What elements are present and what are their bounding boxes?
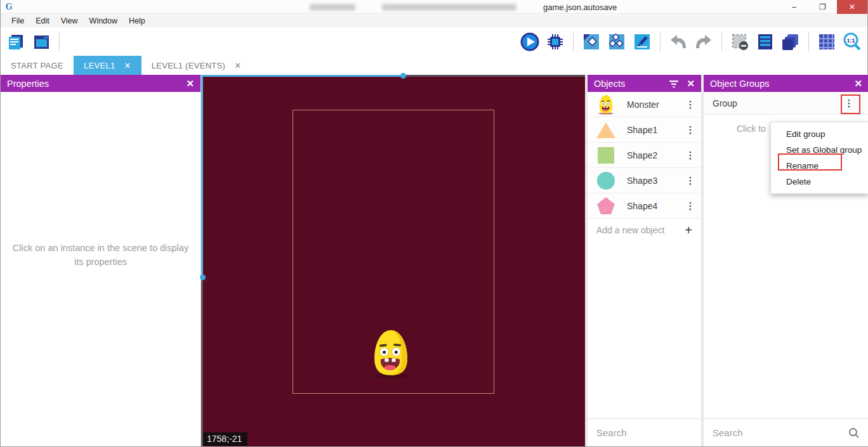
menu-edit[interactable]: Edit [30, 16, 55, 25]
object-row-shape4[interactable]: Shape4 ⋮ [588, 193, 701, 219]
monster-instance[interactable] [369, 328, 413, 379]
project-manager-icon[interactable] [6, 32, 26, 52]
object-groups-panel: Object Groups ✕ Group ⋮ Click to Edit gr… [704, 75, 868, 446]
groups-search-row [704, 418, 868, 446]
gdevelop-logo-icon: G [4, 2, 14, 12]
instances-list-icon[interactable] [607, 32, 627, 52]
restore-button[interactable]: ❐ [808, 0, 837, 14]
object-name: Monster [627, 100, 683, 110]
objects-panel: Objects ✕ [588, 75, 701, 446]
redo-icon[interactable] [694, 32, 714, 52]
toolbar-separator [808, 32, 809, 51]
object-row-shape3[interactable]: Shape3 ⋮ [588, 168, 701, 193]
objects-editor-icon[interactable] [581, 32, 602, 52]
object-menu-icon[interactable]: ⋮ [683, 126, 697, 134]
horizontal-scroll-handle[interactable] [400, 73, 406, 79]
redacted-title-segment [382, 4, 516, 11]
undo-icon[interactable] [668, 32, 688, 52]
close-panel-icon[interactable]: ✕ [186, 78, 194, 89]
menu-item-rename[interactable]: Rename [771, 158, 868, 174]
object-groups-title: Object Groups [710, 79, 770, 89]
tab-level1[interactable]: LEVEL1✕ [74, 56, 141, 75]
edit-scene-icon[interactable] [632, 32, 652, 52]
zoom-original-icon[interactable]: 1:1 [842, 32, 862, 52]
menu-item-edit-group[interactable]: Edit group [771, 126, 868, 142]
object-groups-header: Object Groups ✕ [704, 75, 868, 92]
vertical-scrollbar-track[interactable] [201, 278, 203, 446]
groups-search-input[interactable] [713, 427, 848, 438]
objects-search-row [588, 418, 701, 446]
objects-header: Objects ✕ [588, 75, 701, 92]
title-bar: G game.json.autosave – ❐ ✕ [1, 0, 867, 14]
vertical-scrollbar[interactable] [201, 75, 203, 278]
objects-list-icon[interactable] [755, 32, 775, 52]
menu-file[interactable]: File [6, 16, 30, 25]
object-row-shape1[interactable]: Shape1 ⋮ [588, 117, 701, 143]
menu-item-delete[interactable]: Delete [771, 174, 868, 190]
window-title-text: game.json.autosave [543, 3, 617, 12]
add-new-object-label: Add a new object [596, 225, 685, 235]
menu-help[interactable]: Help [123, 16, 151, 25]
properties-empty-message: Click on an instance in the scene to dis… [12, 241, 189, 269]
horizontal-scrollbar[interactable] [201, 75, 403, 77]
search-icon [848, 427, 860, 439]
grid-icon[interactable] [817, 32, 837, 52]
menu-bar: File Edit View Window Help [1, 15, 867, 27]
object-name: Shape4 [627, 201, 683, 211]
minimize-button[interactable]: – [780, 0, 808, 14]
object-name: Shape2 [627, 150, 683, 160]
scene-canvas[interactable]: 1758;-21 [201, 75, 585, 446]
object-menu-icon[interactable]: ⋮ [683, 176, 697, 185]
properties-header: Properties ✕ [1, 75, 201, 92]
plus-icon: + [685, 223, 692, 238]
start-page-icon[interactable] [31, 32, 51, 52]
group-hint-text: Click to [737, 124, 766, 134]
object-menu-icon[interactable]: ⋮ [683, 100, 697, 108]
object-name: Shape3 [627, 176, 683, 186]
add-new-object-button[interactable]: Add a new object + [588, 219, 701, 242]
delete-instances-icon[interactable] [730, 32, 750, 52]
vertical-scroll-handle[interactable] [200, 275, 206, 280]
object-menu-icon[interactable]: ⋮ [683, 151, 697, 159]
circle-thumbnail-icon [595, 170, 617, 191]
square-thumbnail-icon [595, 145, 617, 166]
object-row-monster[interactable]: Monster ⋮ [588, 92, 701, 117]
pentagon-thumbnail-icon [595, 195, 617, 217]
group-context-menu: Edit group Set as Global group Rename De… [770, 122, 868, 194]
object-row-shape2[interactable]: Shape2 ⋮ [588, 143, 701, 168]
debugger-icon[interactable] [545, 32, 565, 52]
main-area: Properties ✕ Click on an instance in the… [1, 75, 867, 446]
monster-thumbnail-icon [595, 94, 617, 115]
editor-tab-bar: START PAGE LEVEL1✕ LEVEL1 (EVENTS)✕ [1, 56, 867, 75]
group-row[interactable]: Group ⋮ [704, 92, 868, 115]
close-panel-icon[interactable]: ✕ [687, 78, 695, 89]
close-panel-icon[interactable]: ✕ [854, 78, 862, 89]
toolbar-separator [59, 32, 60, 51]
toolbar-separator [721, 32, 722, 51]
layers-icon[interactable] [780, 32, 801, 52]
cursor-coordinates: 1758;-21 [203, 432, 247, 446]
horizontal-scrollbar-track[interactable] [403, 75, 585, 77]
tab-start-page[interactable]: START PAGE [1, 56, 74, 75]
menu-window[interactable]: Window [84, 16, 123, 25]
play-icon[interactable] [520, 32, 540, 52]
close-button[interactable]: ✕ [837, 0, 867, 14]
tab-close-icon[interactable]: ✕ [234, 61, 241, 70]
group-name: Group [713, 98, 842, 108]
group-menu-icon[interactable]: ⋮ [842, 99, 856, 107]
properties-title: Properties [7, 79, 49, 89]
filter-icon[interactable] [669, 79, 679, 88]
menu-item-set-global-group[interactable]: Set as Global group [771, 142, 868, 158]
objects-title: Objects [594, 79, 625, 89]
object-menu-icon[interactable]: ⋮ [683, 202, 697, 210]
properties-panel: Properties ✕ Click on an instance in the… [1, 75, 201, 446]
svg-text:1:1: 1:1 [846, 37, 855, 44]
menu-view[interactable]: View [55, 16, 84, 25]
object-name: Shape1 [627, 125, 683, 135]
toolbar-separator [573, 32, 574, 51]
tab-close-icon[interactable]: ✕ [124, 61, 131, 70]
toolbar-separator [660, 32, 661, 51]
triangle-thumbnail-icon [595, 119, 617, 141]
window-title: game.json.autosave [310, 0, 617, 14]
tab-level1-events[interactable]: LEVEL1 (EVENTS)✕ [141, 56, 252, 75]
